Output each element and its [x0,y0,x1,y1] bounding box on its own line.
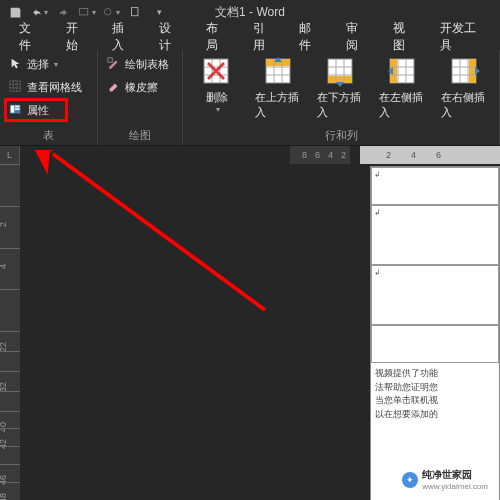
vertical-ruler[interactable] [0,164,20,500]
insert-left-button[interactable]: 在左侧插入 [375,54,431,128]
insert-right-button[interactable]: 在右侧插入 [437,54,493,128]
svg-rect-27 [328,76,352,83]
ruler-corner: L [0,146,20,164]
group-label: 表 [0,128,97,143]
delete-button[interactable]: 删除▾ [189,54,245,128]
svg-rect-11 [15,108,19,110]
draw-table-button[interactable]: 绘制表格 [104,54,172,74]
undo-icon[interactable]: ▾ [28,2,50,22]
document-canvas: L 8642 2 4 6 ↲ ↲ ↲ 视频提供了功能 法帮助您证明您 当您单击联… [0,146,500,500]
insert-below-button[interactable]: 在下方插入 [313,54,369,128]
svg-rect-0 [80,8,88,15]
tab-mailings[interactable]: 邮件 [286,24,333,50]
table-cell[interactable] [371,325,499,363]
table-cell[interactable]: ↲ [371,205,499,265]
group-label: 绘图 [98,128,182,143]
ribbon: 选择▾ 查看网格线 属性 表 绘制表格 橡皮擦 绘图 删除▾ 在上方插入 [0,50,500,146]
svg-rect-9 [11,106,15,113]
eraser-button[interactable]: 橡皮擦 [104,77,172,97]
qat-item[interactable]: ▾ [76,2,98,22]
watermark: ✦ 纯净世家园 www.yidaimei.com [396,465,494,494]
group-draw: 绘制表格 橡皮擦 绘图 [98,50,183,145]
svg-rect-2 [131,7,138,15]
tab-view[interactable]: 视图 [380,24,427,50]
select-button[interactable]: 选择▾ [6,54,85,74]
svg-rect-10 [15,106,19,108]
view-gridlines-button[interactable]: 查看网格线 [6,77,85,97]
horizontal-ruler-margin[interactable]: 8642 [290,146,350,164]
svg-point-1 [104,8,111,15]
delete-icon [201,56,233,88]
tab-insert[interactable]: 插入 [99,24,146,50]
redo-icon[interactable] [52,2,74,22]
paragraph-text[interactable]: 视频提供了功能 法帮助您证明您 当您单击联机视 以在想要添加的 [371,363,499,425]
properties-button[interactable]: 属性 [6,100,66,120]
ribbon-tabs: 文件 开始 插入 设计 布局 引用 邮件 审阅 视图 开发工具 [0,24,500,50]
horizontal-ruler[interactable]: 2 4 6 [360,146,500,164]
tab-review[interactable]: 审阅 [333,24,380,50]
qat-item[interactable]: ▾ [100,2,122,22]
tab-design[interactable]: 设计 [146,24,193,50]
qat-customize-icon[interactable]: ▾ [148,2,170,22]
insert-right-icon [449,56,481,88]
insert-below-icon [325,56,357,88]
svg-rect-39 [469,59,476,83]
watermark-url: www.yidaimei.com [422,482,488,491]
save-icon[interactable] [4,2,26,22]
group-rows-cols: 删除▾ 在上方插入 在下方插入 在左侧插入 在右侧插入 行和列 [183,50,500,145]
group-table: 选择▾ 查看网格线 属性 表 [0,50,98,145]
watermark-logo-icon: ✦ [402,472,418,488]
table-cell[interactable]: ↲ [371,167,499,205]
table-cell[interactable]: ↲ [371,265,499,325]
tab-developer[interactable]: 开发工具 [427,24,494,50]
svg-rect-3 [10,81,21,92]
document-page[interactable]: ↲ ↲ ↲ 视频提供了功能 法帮助您证明您 当您单击联机视 以在想要添加的 [370,166,500,500]
group-label: 行和列 [183,128,499,143]
insert-above-icon [263,56,295,88]
tab-home[interactable]: 开始 [53,24,100,50]
tab-layout[interactable]: 布局 [193,24,240,50]
watermark-brand: 纯净世家园 [422,468,488,482]
svg-rect-12 [108,58,112,62]
insert-above-button[interactable]: 在上方插入 [251,54,307,128]
qat-item[interactable] [124,2,146,22]
insert-left-icon [387,56,419,88]
tab-references[interactable]: 引用 [240,24,287,50]
tab-file[interactable]: 文件 [6,24,53,50]
